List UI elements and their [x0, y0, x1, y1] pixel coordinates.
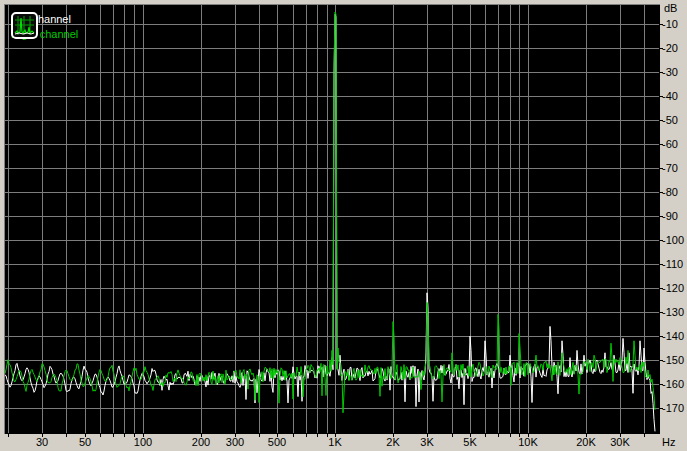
y-tick-label: -170	[662, 402, 684, 414]
y-tick-label: -40	[662, 90, 678, 102]
y-tick-label: -70	[662, 162, 678, 174]
y-tick-label: -20	[662, 42, 678, 54]
y-tick-label: -120	[662, 282, 684, 294]
spectrum-analyzer-window: Left channel Right channel dB Hz 3050100…	[0, 0, 687, 451]
legend: Left channel Right channel	[11, 12, 78, 42]
x-tick-label: 10K	[518, 436, 538, 448]
x-axis-unit-label: Hz	[662, 436, 675, 448]
y-tick-label: -50	[662, 114, 678, 126]
y-tick-label: -80	[662, 186, 678, 198]
x-tick-label: 500	[268, 436, 286, 448]
spectrum-chart-canvas	[0, 0, 687, 451]
y-tick-label: -10	[662, 18, 678, 30]
x-tick-label: 300	[226, 436, 244, 448]
x-tick-label: 30K	[610, 436, 630, 448]
x-tick-label: 50	[79, 436, 91, 448]
x-tick-label: 200	[192, 436, 210, 448]
y-tick-label: -100	[662, 234, 684, 246]
spectrum-thumbnail-icon	[11, 12, 38, 39]
x-tick-label: 30	[36, 436, 48, 448]
y-axis-unit-label: dB	[664, 2, 677, 14]
x-tick-label: 20K	[576, 436, 596, 448]
x-tick-label: 100	[134, 436, 152, 448]
y-tick-label: -140	[662, 330, 684, 342]
y-tick-label: -150	[662, 354, 684, 366]
y-tick-label: -30	[662, 66, 678, 78]
x-tick-label: 2K	[386, 436, 399, 448]
y-tick-label: -130	[662, 306, 684, 318]
y-tick-label: -110	[662, 258, 683, 270]
y-tick-label: -90	[662, 210, 678, 222]
x-tick-label: 3K	[420, 436, 433, 448]
x-tick-label: 5K	[463, 436, 476, 448]
x-tick-label: 1K	[328, 436, 341, 448]
y-tick-label: -160	[662, 378, 684, 390]
y-tick-label: -60	[662, 138, 678, 150]
